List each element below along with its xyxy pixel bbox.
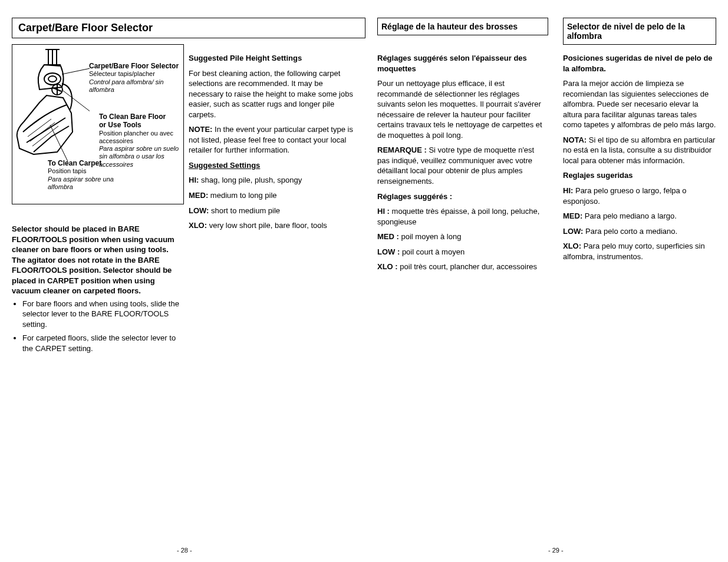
callout-selector-fr: Sélecteur tapis/placher: [89, 70, 182, 78]
setting-key: XLO :: [377, 262, 398, 271]
left-body1-bullet: For bare floors and when using tools, sl…: [22, 299, 180, 330]
setting-val: Para pelo grueso o largo, felpa o esponj…: [563, 186, 687, 206]
callout-bare-en2: or Use Tools: [99, 121, 183, 129]
setting-key: MED :: [377, 232, 399, 241]
callout-carpet: To Clean Carpet Position tapis Para aspi…: [48, 159, 136, 191]
setting-key: HI:: [563, 186, 573, 195]
left-body-2: Suggested Pile Height Settings For best …: [189, 53, 360, 236]
setting-val: poil moyen à long: [401, 232, 461, 241]
callout-selector-es: Control para alfombra/ sin alfombra: [89, 78, 182, 94]
setting-key: LOW :: [377, 247, 400, 256]
callout-carpet-en: To Clean Carpet: [48, 159, 136, 167]
right-intro: Para la mejor acción de limpieza se reco…: [563, 78, 716, 130]
right-section-title: Selector de nivel de pelo de la alfombra: [563, 18, 716, 45]
callout-selector: Carpet/Bare Floor Selector Sélecteur tap…: [89, 62, 182, 94]
left-body2-note-label: NOTE:: [189, 125, 212, 134]
callout-selector-en: Carpet/Bare Floor Selector: [89, 62, 182, 70]
right-heading: Posiciones sugeridas de nivel de pelo de…: [563, 54, 713, 73]
svg-point-1: [48, 76, 57, 82]
callout-carpet-es: Para aspirar sobre una alfombra: [48, 176, 136, 191]
vacuum-head-illustration: [16, 48, 90, 166]
callout-carpet-fr: Position tapis: [48, 167, 136, 175]
callout-bare-en1: To Clean Bare Floor: [99, 113, 183, 121]
svg-point-0: [44, 73, 61, 85]
left-body1-list: For bare floors and when using tools, sl…: [12, 299, 180, 354]
svg-line-3: [62, 68, 90, 74]
setting-key: LOW:: [189, 206, 209, 215]
right-note-label: NOTA:: [563, 135, 587, 144]
selector-diagram: Carpet/Bare Floor Selector Sélecteur tap…: [12, 44, 184, 204]
mid-note-label: REMARQUE :: [377, 146, 427, 154]
setting-val: shag, long pile, plush, spongy: [201, 176, 302, 184]
mid-sugg-label: Réglages suggérés :: [377, 192, 452, 201]
left-body2-sugg-label: Suggested Settings: [189, 161, 260, 170]
setting-key: XLO:: [189, 221, 207, 230]
mid-column: Réglage de la hauteur des brosses: [377, 18, 548, 41]
right-sugg-label: Reglajes sugeridas: [563, 171, 633, 180]
setting-val: moquette très épaisse, à poil long, pelu…: [377, 207, 539, 226]
setting-val: Para pelo corto a mediano.: [585, 227, 677, 236]
setting-val: short to medium pile: [211, 206, 280, 215]
left-body-1: Selector should be placed in BARE FLOOR/…: [12, 224, 180, 360]
callout-bare-fr: Position plancher ou avec accessoires: [99, 130, 183, 145]
setting-key: XLO:: [563, 242, 581, 250]
left-section-title: Carpet/Bare Floor Selector: [12, 18, 365, 38]
page-number-right: - 29 -: [548, 547, 564, 554]
setting-val: very low short pile, bare floor, tools: [209, 221, 327, 230]
mid-heading: Réglages suggérés selon l'épaisseur des …: [377, 54, 527, 73]
left-body1-lead: Selector should be placed in BARE FLOOR/…: [12, 224, 180, 296]
setting-val: poil très court, plancher dur, accessoir…: [400, 262, 537, 271]
setting-key: MED:: [189, 191, 208, 200]
mid-body: Réglages suggérés selon l'épaisseur des …: [377, 53, 548, 277]
setting-key: LOW:: [563, 227, 583, 236]
left-body2-heading: Suggested Pile Height Settings: [189, 54, 302, 62]
setting-val: Para pelo mediano a largo.: [585, 211, 677, 220]
page-number-left: - 28 -: [177, 547, 192, 554]
right-body: Posiciones sugeridas de nivel de pelo de…: [563, 53, 716, 266]
setting-val: poil court à moyen: [402, 247, 465, 256]
setting-key: HI:: [189, 176, 199, 184]
left-body1-bullet: For carpeted floors, slide the selector …: [22, 333, 180, 353]
setting-val: Para pelo muy corto, superficies sin alf…: [563, 242, 705, 261]
setting-key: MED:: [563, 211, 582, 220]
svg-line-5: [50, 125, 68, 161]
right-column: Selector de nivel de pelo de la alfombra: [563, 18, 716, 51]
left-body2-note: In the event your particular carpet type…: [189, 125, 353, 154]
left-body2-intro: For best cleaning action, the following …: [189, 68, 360, 120]
setting-key: HI :: [377, 207, 390, 216]
mid-intro: Pour un nettoyage plus efficace, il est …: [377, 78, 548, 140]
mid-section-title: Réglage de la hauteur des brosses: [377, 18, 548, 35]
setting-val: medium to long pile: [210, 191, 277, 200]
